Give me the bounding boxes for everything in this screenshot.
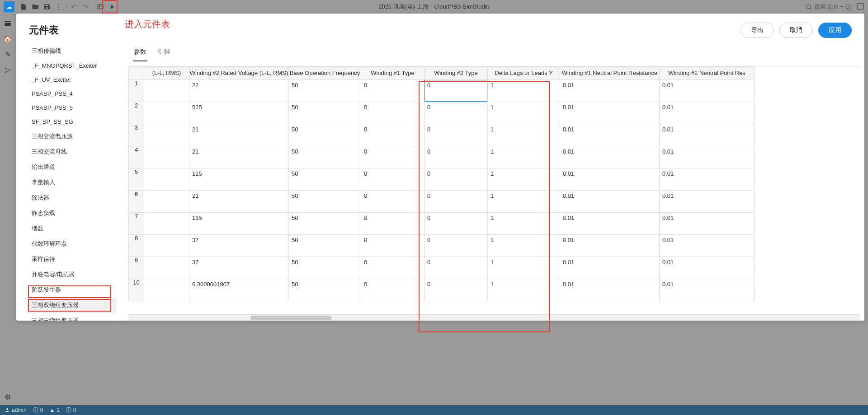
cell[interactable]: 0.01 xyxy=(560,168,660,191)
cell[interactable]: 0.01 xyxy=(660,168,755,191)
row-number[interactable]: 2 xyxy=(129,102,144,124)
save-icon[interactable] xyxy=(42,1,52,12)
cell[interactable]: 0.01 xyxy=(560,235,660,257)
column-header[interactable]: Winding #1 Type xyxy=(361,67,425,80)
row-number[interactable]: 10 xyxy=(129,279,144,301)
cell[interactable]: 0.01 xyxy=(660,235,755,257)
apply-button[interactable]: 应用 xyxy=(818,23,852,38)
sidebar-item[interactable]: 静态负载 xyxy=(27,205,117,221)
cell[interactable]: 1 xyxy=(488,146,560,168)
cell[interactable]: 0 xyxy=(425,124,488,146)
redo-icon[interactable]: ↷ xyxy=(80,1,91,12)
cell[interactable]: 0 xyxy=(361,257,425,279)
more-icon[interactable]: ⋮ xyxy=(53,1,64,12)
status-errors[interactable]: ⓘ 0 xyxy=(33,406,43,414)
sidebar-item[interactable]: 三相双绕组变压器 xyxy=(27,298,117,313)
status-user[interactable]: admin xyxy=(5,407,27,413)
sidebar-item[interactable]: PSASP_PSS_5 xyxy=(27,101,117,115)
cell[interactable]: 1 xyxy=(488,124,560,146)
column-header[interactable]: Base Operation Frequency xyxy=(289,67,361,80)
cell[interactable] xyxy=(144,257,189,279)
sidebar-item[interactable]: 三相交流电压源 xyxy=(27,129,117,144)
table-row[interactable]: 122500010.010.01 xyxy=(129,80,755,102)
cell[interactable] xyxy=(144,279,189,301)
cell[interactable]: 0 xyxy=(361,213,425,235)
row-number[interactable]: 5 xyxy=(129,168,144,191)
cancel-button[interactable]: 取消 xyxy=(779,23,813,38)
search-trigger[interactable]: 搜索 (Ctrl + Q) xyxy=(805,3,852,11)
table-row[interactable]: 5115500010.010.01 xyxy=(129,168,755,191)
column-header[interactable]: Winding #1 Neutral Point Resistance xyxy=(560,67,660,80)
column-header[interactable]: Winding #2 Neutral Point Res xyxy=(660,67,755,80)
column-header[interactable]: (L-L, RMS) xyxy=(144,67,189,80)
cell[interactable]: 0 xyxy=(361,80,425,102)
cell[interactable]: 0.01 xyxy=(560,279,660,301)
cell[interactable]: 50 xyxy=(289,102,361,124)
sidebar-item[interactable]: 阶跃发生器 xyxy=(27,282,117,298)
app-logo[interactable]: ☁ xyxy=(4,1,14,12)
cell[interactable]: 1 xyxy=(488,80,560,102)
rail-editor-icon[interactable] xyxy=(3,19,12,28)
parameter-grid[interactable]: (L-L, RMS)Winding #2 Rated Voltage (L-L,… xyxy=(128,66,860,314)
sidebar-item[interactable]: 增益 xyxy=(27,221,117,236)
cell[interactable]: 50 xyxy=(289,191,361,213)
component-table-icon[interactable] xyxy=(95,1,106,12)
sidebar-item[interactable]: _F_MNOPQRST_Exciter xyxy=(27,59,117,73)
sidebar-item[interactable]: 并联电容/电抗器 xyxy=(27,267,117,282)
row-number[interactable]: 3 xyxy=(129,124,144,146)
cell[interactable]: 0 xyxy=(425,191,488,213)
row-number[interactable]: 1 xyxy=(129,80,144,102)
cell[interactable]: 50 xyxy=(289,168,361,191)
cell[interactable] xyxy=(144,146,189,168)
tab[interactable]: 参数 xyxy=(133,45,147,61)
cell[interactable]: 21 xyxy=(189,191,289,213)
cell[interactable]: 0 xyxy=(425,146,488,168)
sidebar-item[interactable]: 除法器 xyxy=(27,190,117,205)
cell[interactable]: 0 xyxy=(361,102,425,124)
sidebar-item[interactable]: PSASP_PSS_4 xyxy=(27,87,117,101)
cell[interactable]: 37 xyxy=(189,235,289,257)
cell[interactable]: 0.01 xyxy=(560,80,660,102)
cell[interactable]: 0 xyxy=(425,102,488,124)
cell[interactable]: 0.01 xyxy=(660,80,755,102)
table-row[interactable]: 106.3000001907500010.010.01 xyxy=(129,279,755,301)
cell[interactable]: 0.01 xyxy=(560,213,660,235)
cell[interactable]: 0 xyxy=(361,191,425,213)
sidebar-item[interactable]: 三相三绕组变压器 xyxy=(27,313,117,321)
new-file-icon[interactable] xyxy=(18,1,29,12)
table-row[interactable]: 7115500010.010.01 xyxy=(129,213,755,235)
cell[interactable]: 0.01 xyxy=(560,146,660,168)
cell[interactable]: 0 xyxy=(361,168,425,191)
cell[interactable]: 1 xyxy=(488,102,560,124)
status-warnings[interactable]: ▲ 1 xyxy=(49,407,60,413)
cell[interactable]: 1 xyxy=(488,235,560,257)
cell[interactable]: 0 xyxy=(425,80,488,102)
cell[interactable]: 1 xyxy=(488,191,560,213)
cell[interactable]: 0 xyxy=(361,146,425,168)
cell[interactable]: 0 xyxy=(425,168,488,191)
table-row[interactable]: 621500010.010.01 xyxy=(129,191,755,213)
rail-play-icon[interactable]: ▷ xyxy=(3,65,12,74)
cell[interactable]: 0.01 xyxy=(560,102,660,124)
tab[interactable]: 引脚 xyxy=(156,45,171,61)
cell[interactable]: 50 xyxy=(289,279,361,301)
column-header[interactable]: Delta Lags or Leads Y xyxy=(488,67,560,80)
cell[interactable]: 0.01 xyxy=(660,102,755,124)
cell[interactable]: 0.01 xyxy=(560,191,660,213)
open-folder-icon[interactable] xyxy=(30,1,41,12)
sidebar-item[interactable]: SF_SP_SS_SG xyxy=(27,115,117,129)
cell[interactable]: 0.01 xyxy=(560,257,660,279)
cell[interactable]: 0.01 xyxy=(660,191,755,213)
cell[interactable]: 0.01 xyxy=(560,124,660,146)
fullscreen-icon[interactable] xyxy=(856,2,864,12)
cell[interactable]: 1 xyxy=(488,279,560,301)
row-number[interactable]: 4 xyxy=(129,146,144,168)
cell[interactable]: 50 xyxy=(289,124,361,146)
cell[interactable] xyxy=(144,80,189,102)
cell[interactable]: 0.01 xyxy=(660,124,755,146)
sidebar-item[interactable]: 三相交流母线 xyxy=(27,144,117,159)
cell[interactable]: 1 xyxy=(488,257,560,279)
cell[interactable]: 0 xyxy=(425,279,488,301)
sidebar-item[interactable]: 常量输入 xyxy=(27,175,117,190)
row-number[interactable]: 6 xyxy=(129,191,144,213)
